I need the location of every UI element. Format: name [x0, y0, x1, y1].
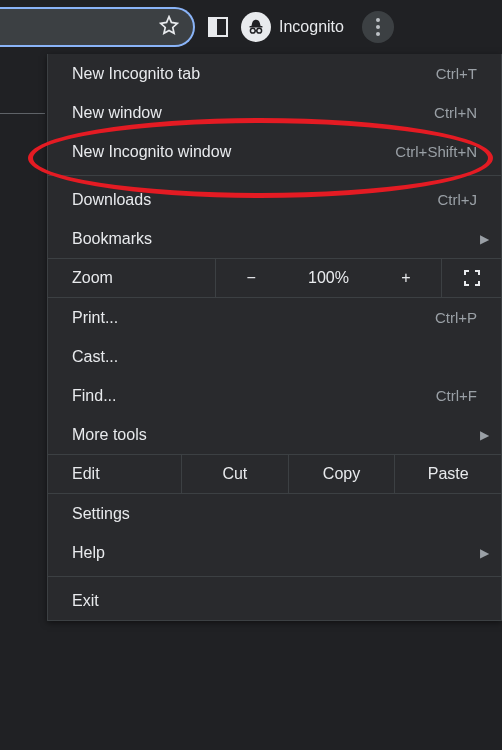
incognito-label: Incognito — [279, 18, 344, 36]
svg-point-3 — [257, 28, 262, 33]
side-panel-icon[interactable] — [207, 16, 229, 38]
zoom-in-button[interactable]: + — [371, 259, 441, 297]
menu-separator — [48, 175, 501, 176]
svg-point-2 — [250, 28, 255, 33]
zoom-out-button[interactable]: − — [216, 259, 286, 297]
menu-item-more-tools[interactable]: More tools ▶ — [48, 415, 501, 454]
fullscreen-icon — [464, 270, 480, 286]
zoom-level: 100% — [286, 259, 370, 297]
cut-button[interactable]: Cut — [182, 455, 289, 493]
browser-toolbar: Incognito — [0, 0, 502, 54]
kebab-icon — [376, 18, 380, 36]
chevron-right-icon: ▶ — [480, 428, 489, 442]
zoom-controls: Zoom − 100% + — [48, 258, 501, 298]
menu-item-new-window[interactable]: New window Ctrl+N — [48, 93, 501, 132]
incognito-icon — [241, 12, 271, 42]
menu-separator — [48, 576, 501, 577]
paste-button[interactable]: Paste — [395, 455, 501, 493]
chrome-menu: New Incognito tab Ctrl+T New window Ctrl… — [47, 54, 502, 621]
svg-rect-1 — [209, 18, 217, 36]
address-bar[interactable] — [0, 7, 195, 47]
menu-button[interactable] — [362, 11, 394, 43]
edit-label: Edit — [48, 455, 182, 493]
tab-strip-edge — [0, 54, 45, 114]
chevron-right-icon: ▶ — [480, 232, 489, 246]
menu-item-new-incognito-window[interactable]: New Incognito window Ctrl+Shift+N — [48, 132, 501, 171]
chevron-right-icon: ▶ — [480, 546, 489, 560]
bookmark-star-icon[interactable] — [159, 15, 179, 39]
incognito-badge: Incognito — [241, 12, 344, 42]
menu-item-bookmarks[interactable]: Bookmarks ▶ — [48, 219, 501, 258]
edit-controls: Edit Cut Copy Paste — [48, 454, 501, 494]
fullscreen-button[interactable] — [441, 259, 501, 297]
menu-item-print[interactable]: Print... Ctrl+P — [48, 298, 501, 337]
menu-item-find[interactable]: Find... Ctrl+F — [48, 376, 501, 415]
menu-item-cast[interactable]: Cast... — [48, 337, 501, 376]
menu-item-new-incognito-tab[interactable]: New Incognito tab Ctrl+T — [48, 54, 501, 93]
menu-item-settings[interactable]: Settings — [48, 494, 501, 533]
copy-button[interactable]: Copy — [289, 455, 396, 493]
menu-item-help[interactable]: Help ▶ — [48, 533, 501, 572]
zoom-label: Zoom — [48, 259, 216, 297]
menu-item-exit[interactable]: Exit — [48, 581, 501, 620]
menu-item-downloads[interactable]: Downloads Ctrl+J — [48, 180, 501, 219]
